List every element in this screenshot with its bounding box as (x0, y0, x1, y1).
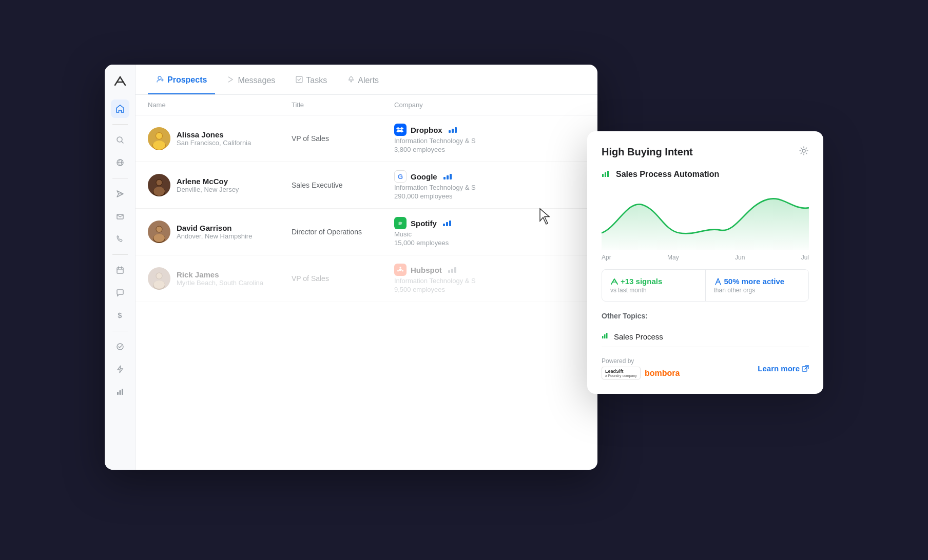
main-content: Prospects Messages (136, 65, 597, 470)
chart-labels: Apr May Jun Jul (602, 254, 809, 261)
signal-bars (443, 174, 452, 179)
powered-by-section: Powered by LeadSift a Foundry company bo… (602, 357, 809, 379)
table-header: Name Title Company (136, 95, 597, 115)
svg-rect-49 (605, 172, 606, 177)
stat-desc-signals: vs last month (610, 287, 697, 294)
svg-line-1 (122, 142, 123, 143)
person-cell-david: David Garrison Andover, New Hampshire (148, 221, 292, 243)
sidebar-divider-2 (112, 178, 128, 178)
intent-header: High Buying Intent (602, 146, 809, 158)
sidebar-item-calendar[interactable] (111, 261, 129, 279)
company-name-row: G Google (394, 170, 585, 183)
tab-tasks[interactable]: Tasks (287, 66, 335, 94)
svg-rect-55 (802, 367, 807, 371)
bar3 (450, 174, 452, 179)
sidebar-item-search[interactable] (111, 131, 129, 149)
sidebar-item-send[interactable] (111, 185, 129, 203)
svg-point-22 (156, 133, 162, 139)
svg-rect-16 (296, 76, 302, 83)
sidebar-divider-1 (112, 124, 128, 125)
person-info-david: David Garrison Andover, New Hampshire (177, 224, 252, 240)
label-jul: Jul (801, 254, 809, 261)
sidebar-item-lightning[interactable] (111, 360, 129, 378)
svg-rect-13 (119, 390, 121, 395)
bar1 (449, 130, 451, 133)
stat-signals: +13 signals vs last month (602, 270, 705, 301)
table-row[interactable]: David Garrison Andover, New Hampshire Di… (136, 209, 597, 255)
sidebar-item-chat[interactable] (111, 284, 129, 302)
table-row[interactable]: Rick James Myrtle Beach, South Carolina … (136, 255, 597, 302)
svg-point-38 (157, 273, 162, 279)
company-cell: Hubspot Information Technology & S 9,500… (394, 264, 585, 293)
bar3 (455, 127, 457, 133)
tasks-icon (296, 76, 303, 85)
company-desc: Information Technology & S (394, 277, 585, 285)
tab-prospects-label: Prospects (167, 75, 207, 85)
person-location: Denville, New Jersey (177, 186, 239, 193)
company-desc: Information Technology & S (394, 137, 585, 145)
stat-value-signals: +13 signals (610, 277, 697, 286)
svg-rect-53 (604, 334, 606, 338)
bar1 (443, 224, 445, 226)
person-title: VP of Sales (292, 134, 394, 143)
person-title: Director of Operations (292, 228, 394, 236)
svg-point-15 (158, 76, 161, 79)
spotify-logo (394, 217, 407, 229)
sidebar-item-barchart[interactable] (111, 383, 129, 401)
company-name: Spotify (411, 219, 437, 228)
svg-rect-12 (117, 392, 119, 395)
bar3 (449, 221, 451, 226)
leadsift-logo: LeadSift a Foundry company (602, 367, 641, 379)
person-location: Myrtle Beach, South Carolina (177, 279, 263, 287)
bar2 (451, 269, 453, 273)
company-desc: Music (394, 230, 585, 238)
svg-rect-48 (602, 174, 604, 177)
svg-point-43 (397, 270, 399, 272)
tab-messages[interactable]: Messages (219, 66, 283, 94)
chart-container (602, 188, 809, 250)
tab-alerts-label: Alerts (358, 76, 379, 85)
person-cell-rick: Rick James Myrtle Beach, South Carolina (148, 267, 292, 290)
svg-point-47 (802, 149, 805, 152)
company-employees: 15,000 employees (394, 239, 585, 247)
person-name: David Garrison (177, 224, 252, 232)
table-row[interactable]: Arlene McCoy Denville, New Jersey Sales … (136, 162, 597, 209)
sidebar-item-mail[interactable] (111, 207, 129, 226)
person-name: Alissa Jones (177, 130, 251, 139)
active-number: 50% more active (724, 277, 785, 286)
sidebar-divider-4 (112, 331, 128, 331)
main-topic-name: Sales Process Automation (616, 170, 719, 179)
logo-row: LeadSift a Foundry company bombora (602, 367, 680, 379)
svg-line-45 (401, 270, 402, 271)
tab-prospects[interactable]: Prospects (148, 65, 215, 94)
company-name: Google (411, 172, 437, 181)
sidebar-item-home[interactable] (111, 99, 129, 118)
svg-rect-7 (117, 268, 123, 273)
avatar-david (148, 221, 170, 243)
intent-panel: High Buying Intent Sales Process Automat… (587, 131, 823, 394)
person-location: San Francisco, California (177, 139, 251, 147)
dropbox-logo (394, 124, 407, 136)
signal-bars (449, 127, 457, 133)
sidebar-item-globe[interactable] (111, 153, 129, 172)
tab-alerts[interactable]: Alerts (339, 66, 387, 94)
table-row[interactable]: Alissa Jones San Francisco, California V… (136, 115, 597, 162)
label-jun: Jun (735, 254, 745, 261)
cursor (536, 206, 552, 226)
sidebar: $ (105, 65, 136, 470)
sidebar-item-check[interactable] (111, 337, 129, 356)
company-name-row: Hubspot (394, 264, 585, 276)
svg-point-41 (400, 267, 401, 268)
bar2 (452, 129, 454, 133)
svg-rect-52 (602, 336, 604, 338)
learn-more-button[interactable]: Learn more (758, 364, 809, 373)
person-info-alissa: Alissa Jones San Francisco, California (177, 130, 251, 147)
svg-point-28 (153, 187, 165, 196)
gear-icon[interactable] (799, 146, 809, 158)
person-info-rick: Rick James Myrtle Beach, South Carolina (177, 270, 263, 287)
bar3 (454, 267, 456, 273)
sidebar-item-phone[interactable] (111, 230, 129, 248)
topic-signal-icon (602, 169, 611, 180)
sidebar-item-dollar[interactable]: $ (111, 306, 129, 325)
person-cell-alissa: Alissa Jones San Francisco, California (148, 127, 292, 150)
